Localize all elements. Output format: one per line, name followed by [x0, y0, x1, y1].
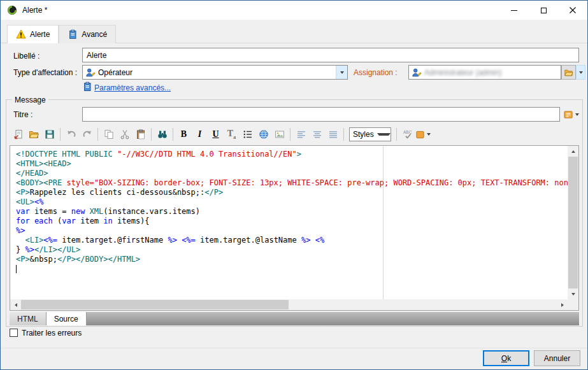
maximize-icon: [541, 8, 547, 13]
redo-icon: [82, 129, 92, 139]
paste-icon: [136, 129, 146, 139]
source-editor[interactable]: <!DOCTYPE HTML PUBLIC "-//W3C//DTD HTML …: [10, 145, 579, 311]
tab-bar: Alerte Avancé: [7, 25, 116, 43]
editor-toolbar: B I U Ta: [10, 125, 579, 143]
app-icon: [7, 5, 17, 15]
variable-icon: [564, 110, 573, 120]
titre-label: Titre :: [13, 110, 32, 119]
close-button[interactable]: [558, 1, 587, 20]
minimize-button[interactable]: [499, 1, 529, 20]
tab-source-label: Source: [54, 315, 78, 324]
toolbar-separator: [151, 128, 152, 141]
horizontal-scrollbar[interactable]: [10, 299, 568, 310]
align-center-button[interactable]: [309, 127, 325, 142]
scroll-right-button[interactable]: [557, 299, 568, 310]
scroll-down-button[interactable]: [568, 288, 578, 299]
find-button[interactable]: [154, 127, 170, 142]
tab-alerte-label: Alerte: [30, 30, 50, 39]
align-left-icon: [296, 129, 306, 139]
highlight-color-icon: [415, 130, 425, 139]
type-affectation-label: Type d'affectation :: [13, 68, 77, 77]
italic-button[interactable]: I: [192, 127, 208, 142]
message-group-label: Message: [12, 96, 48, 104]
handle-errors-checkbox[interactable]: [10, 329, 18, 337]
source-code[interactable]: <!DOCTYPE HTML PUBLIC "-//W3C//DTD HTML …: [10, 146, 568, 299]
tab-html-label: HTML: [17, 315, 38, 324]
arrow-down-icon: [571, 293, 575, 295]
assignation-label: Assignation :: [354, 68, 398, 77]
align-justify-icon: [328, 129, 338, 139]
arrow-right-icon: [561, 303, 564, 307]
scroll-up-button[interactable]: [568, 146, 578, 157]
chevron-down-icon: [427, 133, 431, 136]
type-affectation-value: Opérateur: [98, 68, 336, 77]
copy-button[interactable]: [101, 127, 117, 142]
type-affectation-dropdown-button[interactable]: [336, 66, 347, 79]
chevron-down-icon: [579, 71, 583, 74]
titlebar: Alerte *: [1, 1, 587, 20]
font-size-icon: Ta: [227, 129, 236, 140]
bullet-list-button[interactable]: [240, 127, 255, 142]
tab-html[interactable]: HTML: [10, 312, 47, 325]
redo-button[interactable]: [79, 127, 95, 142]
insert-link-button[interactable]: [255, 127, 271, 142]
warning-icon: [16, 29, 26, 39]
user-icon: [412, 68, 422, 78]
assignation-value: Administrateur (admin): [424, 68, 561, 77]
libelle-input[interactable]: [82, 48, 579, 62]
ok-button[interactable]: Ok: [483, 350, 529, 366]
underline-button[interactable]: U: [208, 127, 224, 142]
chevron-down-icon: [374, 133, 391, 136]
assignation-dropdown-button[interactable]: [576, 65, 585, 80]
arrow-up-icon: [571, 150, 575, 153]
styles-dropdown[interactable]: Styles: [349, 127, 391, 141]
insert-template-button[interactable]: [10, 127, 25, 142]
bullet-list-icon: [243, 129, 253, 139]
advanced-params-icon: [82, 82, 92, 92]
tab-avance[interactable]: Avancé: [59, 25, 116, 43]
insert-image-button[interactable]: [271, 127, 287, 142]
scrollbar-corner: [568, 299, 578, 310]
tab-source[interactable]: Source: [47, 312, 87, 325]
horizontal-scroll-thumb[interactable]: [21, 300, 289, 310]
align-justify-button[interactable]: [325, 127, 341, 142]
highlight-color-button[interactable]: [415, 130, 437, 139]
underline-icon: U: [212, 129, 219, 139]
tab-alerte[interactable]: Alerte: [7, 25, 59, 43]
save-button[interactable]: [41, 127, 57, 142]
cut-button[interactable]: [117, 127, 133, 142]
chevron-down-icon: [575, 113, 579, 116]
undo-button[interactable]: [63, 127, 79, 142]
scroll-left-button[interactable]: [10, 299, 21, 310]
footer-divider: [1, 348, 587, 348]
cancel-button[interactable]: Annuler: [534, 350, 580, 366]
spellcheck-button[interactable]: ABC: [399, 127, 415, 142]
vertical-scrollbar[interactable]: [568, 146, 578, 299]
titre-input[interactable]: [82, 107, 560, 122]
align-left-button[interactable]: [293, 127, 309, 142]
align-center-icon: [312, 129, 322, 139]
advanced-params-link[interactable]: Paramètres avancés...: [94, 83, 171, 92]
bold-button[interactable]: B: [176, 127, 192, 142]
svg-text:ABC: ABC: [403, 130, 412, 134]
assignation-combo[interactable]: Administrateur (admin): [408, 65, 561, 80]
type-affectation-combo[interactable]: Opérateur: [82, 65, 348, 80]
paste-button[interactable]: [133, 127, 148, 142]
globe-link-icon: [259, 129, 269, 139]
styles-dropdown-value: Styles: [350, 130, 374, 139]
save-icon: [45, 129, 55, 139]
toolbar-separator: [173, 128, 173, 141]
font-size-button[interactable]: Ta: [224, 127, 240, 142]
undo-icon: [66, 129, 76, 139]
titre-variable-button[interactable]: [564, 108, 584, 122]
vertical-scroll-thumb[interactable]: [568, 157, 578, 288]
maximize-button[interactable]: [529, 1, 558, 20]
copy-icon: [104, 129, 114, 139]
dialog-window: Alerte * Alerte: [0, 0, 588, 370]
toolbar-separator: [396, 128, 397, 141]
toolbar-separator: [290, 128, 290, 141]
assignation-browse-button[interactable]: [561, 65, 576, 80]
open-file-button[interactable]: [25, 127, 41, 142]
chevron-down-icon: [340, 71, 344, 74]
tab-avance-label: Avancé: [82, 30, 107, 39]
